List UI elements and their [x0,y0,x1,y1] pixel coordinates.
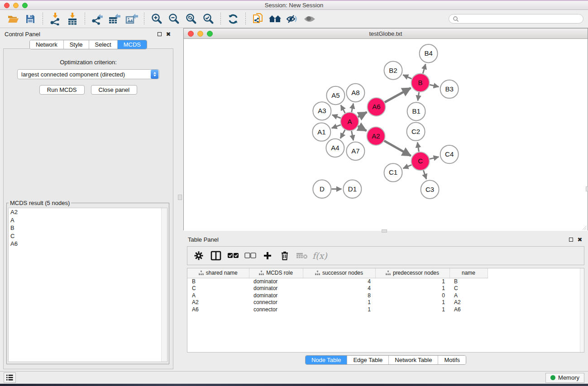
edge-B-B4 [423,64,425,74]
table-cell[interactable]: 8 [303,292,375,299]
tab-motifs[interactable]: Motifs [438,356,466,364]
table-cell[interactable]: A [449,292,488,299]
table-cell[interactable]: 4 [303,285,375,292]
deselect-all-icon[interactable] [244,249,257,262]
home-layout-icon[interactable] [268,12,282,26]
import-network-icon[interactable] [48,12,62,26]
tab-mcds[interactable]: MCDS [118,40,147,49]
node-table-container: shared nameMCDS rolesuccessor nodesprede… [187,268,584,353]
result-item[interactable]: B [9,224,167,232]
tab-network[interactable]: Network [30,40,64,49]
close-table-panel-icon[interactable]: ✖ [576,236,583,243]
search-field[interactable] [449,14,583,24]
import-table-icon[interactable] [66,12,79,26]
table-cell[interactable]: 4 [303,278,375,285]
table-cell[interactable]: C [187,285,249,292]
mcds-result-list[interactable]: A2ABCA6 [8,208,167,362]
table-cell[interactable]: A2 [187,299,249,306]
tab-style[interactable]: Style [64,40,89,49]
add-column-icon[interactable] [261,249,274,262]
table-row[interactable]: Bdominator41B [187,278,488,285]
tab-edge-table[interactable]: Edge Table [347,356,389,364]
open-file-icon[interactable] [6,12,20,26]
result-item[interactable]: C [9,232,167,240]
table-cell[interactable]: 1 [303,299,375,306]
column-header-successor-nodes[interactable]: successor nodes [303,268,375,278]
table-settings-icon[interactable] [192,249,206,262]
table-row[interactable]: Adominator80A [187,292,488,299]
table-cell[interactable]: connector [249,306,303,313]
delete-table-icon[interactable] [295,249,309,262]
splitter-collapse-handle[interactable] [178,195,182,200]
table-cell[interactable]: connector [249,299,303,306]
refresh-icon[interactable] [226,12,240,26]
float-table-panel-icon[interactable] [567,236,574,243]
table-row[interactable]: A6connector11A6 [187,306,488,313]
table-cell[interactable]: 1 [375,285,449,292]
task-history-button[interactable] [4,372,16,383]
delete-column-icon[interactable] [278,249,292,262]
right-splitter-handle[interactable] [586,186,588,191]
table-scrollbar[interactable] [580,268,584,352]
column-header-MCDS-role[interactable]: MCDS role [249,268,303,278]
table-cell[interactable]: C [449,285,488,292]
zoom-fit-icon[interactable] [184,12,198,26]
close-panel-icon[interactable]: ✖ [165,30,172,38]
table-cell[interactable]: A [187,292,249,299]
close-panel-button[interactable]: Close panel [91,85,138,95]
table-cell[interactable]: A6 [187,306,249,313]
hide-details-icon[interactable] [286,12,299,26]
result-item[interactable]: A [9,216,167,224]
resize-grip-icon[interactable] [582,225,587,230]
horizontal-splitter[interactable] [183,230,588,234]
save-session-icon[interactable] [24,12,37,26]
zoom-in-icon[interactable] [150,12,163,26]
search-input[interactable] [462,16,579,22]
export-network-icon[interactable] [91,12,104,26]
tab-select[interactable]: Select [89,40,118,49]
node-label: B [418,79,423,86]
node-table[interactable]: shared nameMCDS rolesuccessor nodesprede… [187,268,488,313]
table-cell[interactable]: B [187,278,249,285]
result-item[interactable]: A6 [9,240,167,248]
desktop-background [0,384,588,386]
table-row[interactable]: Cdominator41C [187,285,488,292]
run-mcds-button[interactable]: Run MCDS [39,85,85,95]
memory-button[interactable]: Memory [545,373,584,383]
table-cell[interactable]: B [449,278,488,285]
table-cell[interactable]: 1 [375,278,449,285]
table-cell[interactable]: dominator [249,285,303,292]
network-window-title: testGlobe.txt [184,30,588,37]
node-label: C1 [389,168,397,176]
export-table-icon[interactable] [108,12,121,26]
float-panel-icon[interactable] [156,30,163,38]
table-cell[interactable]: dominator [249,278,303,285]
clone-network-icon[interactable] [251,12,265,26]
tab-node-table[interactable]: Node Table [306,356,348,364]
optimization-criterion-dropdown[interactable]: largest connected component (directed) [17,69,159,79]
column-header-name[interactable]: name [449,268,488,278]
table-cell[interactable]: 1 [303,306,375,313]
tab-network-table[interactable]: Network Table [389,356,438,364]
vertical-splitter[interactable] [177,28,183,371]
table-cell[interactable]: dominator [249,292,303,299]
table-row[interactable]: A2connector11A2 [187,299,488,306]
zoom-selected-icon[interactable] [201,12,215,26]
result-item[interactable]: A2 [9,208,167,216]
table-cell[interactable]: A6 [449,306,488,313]
split-columns-icon[interactable] [209,249,223,262]
column-header-predecessor-nodes[interactable]: predecessor nodes [375,268,449,278]
table-cell[interactable]: A2 [449,299,488,306]
zoom-out-icon[interactable] [167,12,181,26]
network-canvas[interactable]: B4B2BB3A8A5A6A3B1AC2A1A2A4A7C4CC1C3DD1 [184,39,588,231]
table-cell[interactable]: 0 [375,292,449,299]
column-header-shared-name[interactable]: shared name [187,268,249,278]
splitter-collapse-handle[interactable] [382,229,387,233]
result-list-scrollbar[interactable] [161,208,167,362]
table-cell[interactable]: 1 [375,306,449,313]
table-cell[interactable]: 1 [375,299,449,306]
apply-function-icon[interactable]: f(x) [312,251,327,261]
show-details-icon[interactable] [303,12,316,26]
export-image-icon[interactable] [125,12,139,26]
select-all-icon[interactable] [226,249,240,262]
